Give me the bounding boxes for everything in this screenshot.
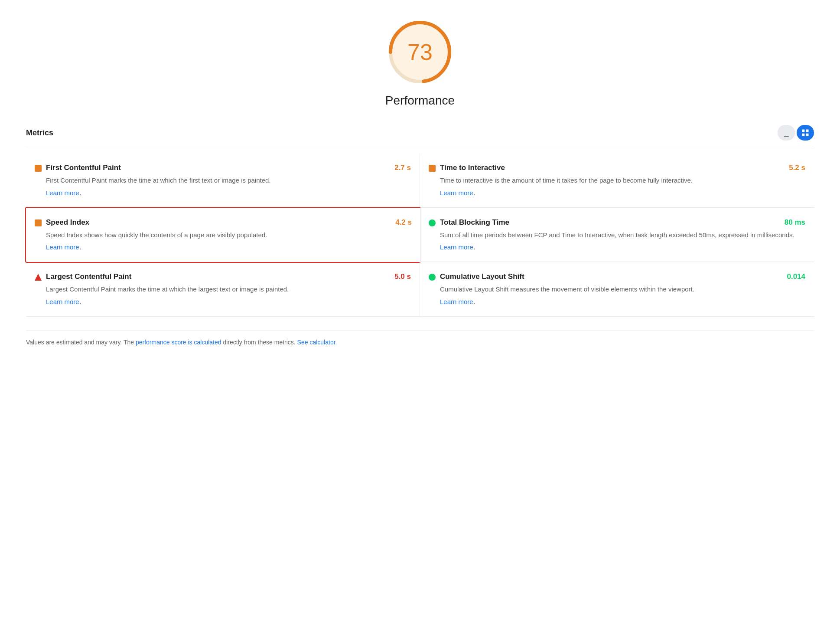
- metric-description-tbt: Sum of all time periods between FCP and …: [440, 230, 805, 240]
- metric-header-tbt: Total Blocking Time80 ms: [429, 218, 805, 227]
- metric-description-lcp: Largest Contentful Paint marks the time …: [46, 285, 411, 295]
- metric-description-tti: Time to interactive is the amount of tim…: [440, 176, 805, 186]
- metric-learn-more-fcp[interactable]: Learn more: [46, 189, 79, 196]
- metric-title-row-si: Speed Index: [35, 218, 89, 227]
- metrics-grid: First Contentful Paint2.7 sFirst Content…: [26, 153, 814, 317]
- view-toggle: ⎯: [778, 125, 814, 141]
- orange-square-icon-si: [35, 219, 42, 226]
- svg-rect-4: [806, 130, 809, 132]
- list-icon: ⎯: [784, 128, 789, 137]
- grid-view-button[interactable]: [797, 125, 814, 141]
- metric-period-tti: .: [473, 189, 475, 196]
- metric-name-lcp: Largest Contentful Paint: [46, 272, 131, 281]
- green-circle-icon-tbt: [429, 219, 436, 226]
- score-label: Performance: [385, 94, 455, 108]
- metric-title-row-lcp: Largest Contentful Paint: [35, 272, 131, 281]
- score-value: 73: [407, 39, 433, 65]
- metric-item-lcp: Largest Contentful Paint5.0 sLargest Con…: [26, 262, 420, 317]
- metric-title-row-tbt: Total Blocking Time: [429, 218, 509, 227]
- metric-learn-more-tti[interactable]: Learn more: [440, 189, 473, 196]
- see-calculator-link[interactable]: See calculator.: [297, 339, 337, 346]
- metric-item-tbt: Total Blocking Time80 msSum of all time …: [420, 208, 814, 262]
- metric-period-si: .: [79, 243, 81, 251]
- performance-score-link[interactable]: performance score is calculated: [136, 339, 221, 346]
- svg-rect-6: [806, 134, 809, 136]
- metric-header-tti: Time to Interactive5.2 s: [429, 164, 805, 172]
- footer-text-between: directly from these metrics.: [221, 339, 297, 346]
- metric-item-cls: Cumulative Layout Shift0.014Cumulative L…: [420, 262, 814, 317]
- orange-square-icon-tti: [429, 165, 436, 172]
- metric-value-fcp: 2.7 s: [394, 164, 411, 172]
- metric-header-cls: Cumulative Layout Shift0.014: [429, 272, 805, 281]
- metric-period-lcp: .: [79, 298, 81, 305]
- metric-period-tbt: .: [473, 243, 475, 251]
- metric-name-cls: Cumulative Layout Shift: [440, 272, 524, 281]
- metric-learn-more-cls[interactable]: Learn more: [440, 298, 473, 305]
- metric-value-lcp: 5.0 s: [394, 272, 411, 281]
- metric-learn-more-lcp[interactable]: Learn more: [46, 298, 79, 305]
- metric-name-fcp: First Contentful Paint: [46, 164, 121, 172]
- metric-name-tbt: Total Blocking Time: [440, 218, 509, 227]
- metric-header-si: Speed Index4.2 s: [35, 218, 412, 227]
- score-circle: 73: [385, 17, 455, 87]
- metrics-title: Metrics: [26, 128, 53, 137]
- metric-learn-more-si[interactable]: Learn more: [46, 243, 79, 251]
- orange-square-icon-fcp: [35, 165, 42, 172]
- metric-title-row-tti: Time to Interactive: [429, 164, 505, 172]
- metric-item-tti: Time to Interactive5.2 sTime to interact…: [420, 153, 814, 208]
- footer: Values are estimated and may vary. The p…: [26, 331, 814, 347]
- red-triangle-icon-lcp: [35, 274, 42, 281]
- metric-header-fcp: First Contentful Paint2.7 s: [35, 164, 411, 172]
- metric-learn-more-tbt[interactable]: Learn more: [440, 243, 473, 251]
- metric-name-tti: Time to Interactive: [440, 164, 505, 172]
- metric-period-cls: .: [473, 298, 475, 305]
- metric-value-si: 4.2 s: [395, 218, 412, 227]
- metric-period-fcp: .: [79, 189, 81, 196]
- metric-description-cls: Cumulative Layout Shift measures the mov…: [440, 285, 805, 295]
- score-section: 73 Performance: [26, 17, 814, 108]
- green-circle-icon-cls: [429, 274, 436, 281]
- metric-title-row-fcp: First Contentful Paint: [35, 164, 121, 172]
- list-view-button[interactable]: ⎯: [778, 125, 795, 141]
- metric-item-fcp: First Contentful Paint2.7 sFirst Content…: [26, 153, 420, 208]
- metrics-header: Metrics ⎯: [26, 125, 814, 146]
- metric-value-cls: 0.014: [787, 272, 805, 281]
- metric-value-tbt: 80 ms: [785, 218, 805, 227]
- metric-item-si: Speed Index4.2 sSpeed Index shows how qu…: [25, 207, 421, 263]
- svg-rect-3: [802, 130, 805, 132]
- metric-header-lcp: Largest Contentful Paint5.0 s: [35, 272, 411, 281]
- footer-text-before: Values are estimated and may vary. The: [26, 339, 136, 346]
- grid-icon: [801, 128, 810, 137]
- metric-value-tti: 5.2 s: [789, 164, 805, 172]
- metric-description-fcp: First Contentful Paint marks the time at…: [46, 176, 411, 186]
- metric-name-si: Speed Index: [46, 218, 89, 227]
- metric-title-row-cls: Cumulative Layout Shift: [429, 272, 524, 281]
- svg-rect-5: [802, 134, 805, 136]
- metric-description-si: Speed Index shows how quickly the conten…: [46, 230, 412, 240]
